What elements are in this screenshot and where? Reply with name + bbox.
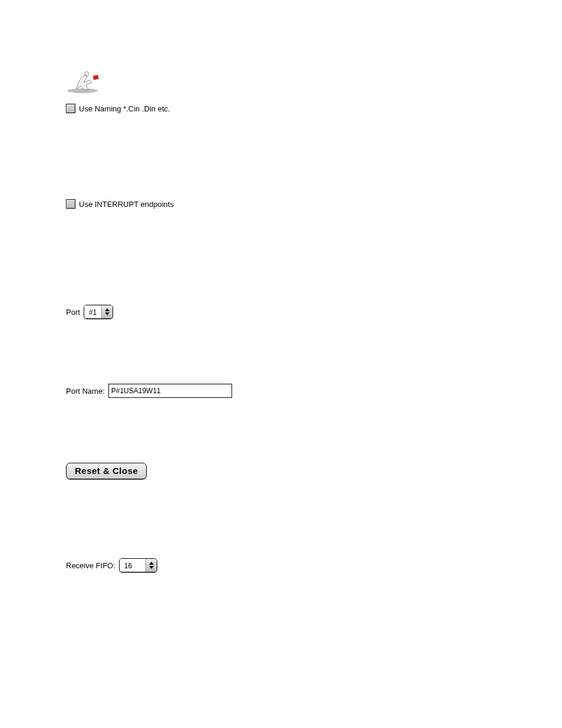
port-selector-row: Port #1	[66, 305, 496, 319]
svg-point-0	[67, 88, 98, 93]
use-interrupt-label: Use INTERRUPT endpoints	[79, 200, 174, 209]
stepper-arrows-icon	[102, 305, 113, 318]
use-naming-checkbox[interactable]	[66, 104, 75, 113]
use-naming-label: Use Naming *.Cin .Din etc.	[79, 104, 170, 113]
reset-close-button[interactable]: Reset & Close	[66, 463, 147, 479]
svg-point-1	[85, 72, 89, 76]
port-name-row: Port Name:	[66, 384, 496, 398]
stepper-arrows-icon	[146, 559, 157, 572]
receive-fifo-label: Receive FIFO:	[66, 561, 115, 570]
receive-fifo-select[interactable]: 16	[119, 558, 157, 572]
use-interrupt-row: Use INTERRUPT endpoints	[66, 199, 496, 209]
use-naming-row: Use Naming *.Cin .Din etc.	[66, 104, 496, 113]
port-name-label: Port Name:	[66, 387, 105, 396]
use-interrupt-checkbox[interactable]	[66, 199, 75, 209]
port-label: Port	[66, 308, 80, 317]
port-name-input[interactable]	[108, 384, 232, 398]
reset-close-row: Reset & Close	[66, 463, 496, 479]
running-figure-logo	[66, 68, 104, 94]
receive-fifo-value: 16	[120, 559, 146, 572]
receive-fifo-row: Receive FIFO: 16	[66, 558, 496, 572]
port-select[interactable]: #1	[84, 305, 113, 319]
port-select-value: #1	[84, 305, 102, 318]
svg-rect-2	[92, 75, 98, 80]
